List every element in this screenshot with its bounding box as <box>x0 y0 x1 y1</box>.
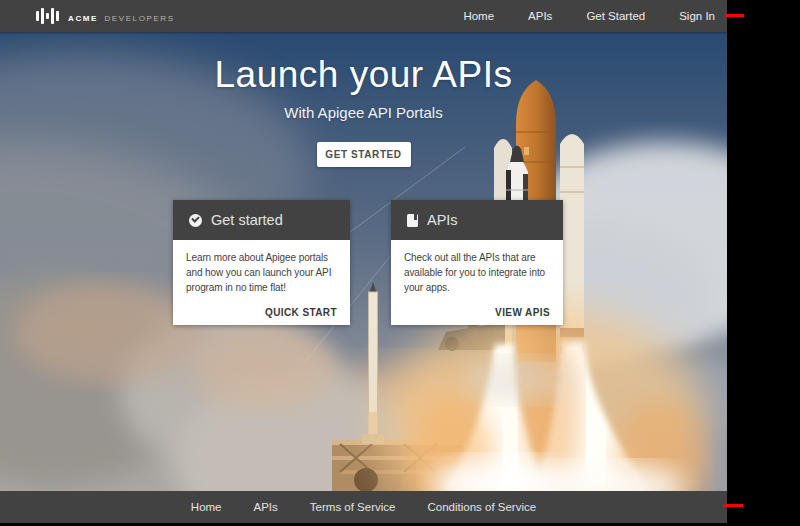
screenshot-canvas: ACME DEVELOPERS Home APIs Get Started Si… <box>0 0 800 526</box>
hero-title: Launch your APIs <box>0 54 727 96</box>
browser-page: ACME DEVELOPERS Home APIs Get Started Si… <box>0 0 727 523</box>
annotation-marker-top <box>725 14 744 17</box>
quick-start-link[interactable]: QUICK START <box>265 307 337 318</box>
card-apis-header: APIs <box>391 200 563 240</box>
brand-logo[interactable]: ACME DEVELOPERS <box>36 7 175 25</box>
card-get-started-body: Learn more about Apigee portals and how … <box>173 240 350 325</box>
view-apis-link[interactable]: VIEW APIS <box>495 307 550 318</box>
brand-type: DEVELOPERS <box>104 14 174 23</box>
card-text: Check out all the APIs that are availabl… <box>404 250 550 295</box>
equalizer-bars-icon <box>36 7 59 25</box>
card-text: Learn more about Apigee portals and how … <box>186 250 337 295</box>
card-apis: APIs Check out all the APIs that are ava… <box>391 200 563 325</box>
card-apis-body: Check out all the APIs that are availabl… <box>391 240 563 325</box>
nav-link-get-started[interactable]: Get Started <box>586 10 645 22</box>
hero-subtitle: With Apigee API Portals <box>0 104 727 121</box>
check-circle-icon <box>189 214 202 227</box>
top-navbar: ACME DEVELOPERS Home APIs Get Started Si… <box>0 0 727 32</box>
card-title: APIs <box>427 212 458 228</box>
footer-link-home[interactable]: Home <box>191 501 222 513</box>
nav-link-home[interactable]: Home <box>463 10 494 22</box>
nav-link-sign-in[interactable]: Sign In <box>679 10 715 22</box>
hero-section: Launch your APIs With Apigee API Portals… <box>0 32 727 491</box>
card-get-started: Get started Learn more about Apigee port… <box>173 200 350 325</box>
annotation-marker-bottom <box>723 504 743 507</box>
get-started-button[interactable]: GET STARTED <box>317 142 411 167</box>
card-get-started-header: Get started <box>173 200 350 240</box>
nav-links: Home APIs Get Started Sign In <box>463 10 715 22</box>
nav-link-apis[interactable]: APIs <box>528 10 552 22</box>
book-icon <box>407 214 418 227</box>
card-title: Get started <box>211 212 283 228</box>
brand-name: ACME <box>68 14 98 23</box>
hero-background-illustration <box>0 32 727 491</box>
footer-link-conditions[interactable]: Conditions of Service <box>427 501 536 513</box>
footer: Home APIs Terms of Service Conditions of… <box>0 491 727 523</box>
footer-link-terms[interactable]: Terms of Service <box>310 501 396 513</box>
footer-link-apis[interactable]: APIs <box>254 501 278 513</box>
